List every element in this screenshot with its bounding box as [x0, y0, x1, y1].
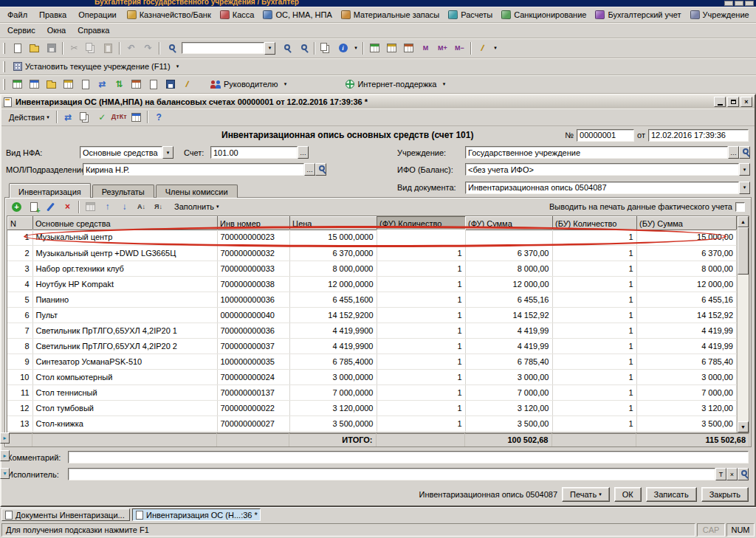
internet-support-button[interactable]: Интернет-поддержка ▾	[341, 76, 453, 92]
delete-row-icon[interactable]: ×	[60, 199, 75, 214]
account-field[interactable]: …	[210, 146, 309, 159]
doc-minimize-button[interactable]	[714, 97, 726, 107]
table-row[interactable]: 3Набор орг.техники клуб7000000000338 000…	[7, 261, 737, 276]
calc-m-plus-icon[interactable]: M+	[435, 41, 450, 55]
scrollbar-track[interactable]	[738, 227, 749, 421]
settings-key-icon[interactable]: /	[179, 77, 195, 92]
menu-section-material-stocks[interactable]: Материальные запасы	[337, 9, 444, 21]
app-minimize-button[interactable]	[724, 1, 733, 6]
exchange-icon[interactable]: ⇄	[94, 77, 110, 92]
list-settings-icon[interactable]	[367, 41, 382, 55]
table-row[interactable]: 14	[7, 431, 737, 432]
help-icon[interactable]: ?	[151, 110, 167, 125]
refresh-icon[interactable]: ⇅	[111, 77, 127, 92]
tab-commission[interactable]: Члены комиссии	[156, 184, 238, 198]
sort-descending-icon[interactable]: Я↓	[151, 199, 166, 214]
executor-search-button[interactable]	[738, 468, 749, 480]
column-header[interactable]: (ФУ) Количество	[377, 217, 466, 230]
app-close-button[interactable]	[745, 1, 754, 6]
column-header[interactable]: Основные средства	[33, 217, 218, 230]
copy-document-icon[interactable]	[78, 110, 93, 125]
reference-folder-icon[interactable]	[44, 77, 59, 92]
dock-panel-button-2[interactable]: ▸	[0, 450, 10, 461]
table-row[interactable]: 11Стол теннисный7000000001377 000,000017…	[7, 384, 737, 400]
column-header[interactable]: Цена	[290, 217, 377, 230]
print-button[interactable]: Печать ▾	[562, 487, 610, 502]
print-form-icon[interactable]	[78, 77, 93, 92]
paste-icon[interactable]	[100, 41, 116, 55]
table-row[interactable]: 1Музыкальный центр70000000002315 000,000…	[7, 230, 737, 245]
journal-operations-icon[interactable]	[10, 77, 25, 92]
doc-restore-button[interactable]	[727, 97, 739, 107]
find-previous-icon[interactable]	[295, 41, 311, 55]
ifo-dropdown-arrow[interactable]: ▾	[739, 163, 750, 176]
toolbar-grip[interactable]	[3, 61, 5, 72]
table-row[interactable]: 12Стол тумбовый7000000000223 120,000013 …	[7, 400, 737, 415]
reread-icon[interactable]: ⇄	[61, 110, 76, 125]
table-row[interactable]: 9Синтезатор УсманаPSK-5101000000000356 7…	[7, 354, 737, 369]
menu-file[interactable]: Файл	[1, 8, 33, 21]
taskbar-item[interactable]: Инвентаризация ОС (Н...:36 *	[132, 508, 261, 521]
combo-dropdown-arrow[interactable]: ▾	[264, 42, 275, 55]
institution-dropdown-arrow[interactable]: ▾	[173, 60, 182, 73]
account-select-button[interactable]: …	[298, 146, 309, 159]
number-input[interactable]	[577, 129, 634, 142]
scroll-up-button[interactable]: ▲	[738, 216, 749, 227]
dt-kt-icon[interactable]: ДтКт	[111, 110, 127, 125]
save-button[interactable]: Записать	[646, 487, 697, 502]
set-current-institution-button[interactable]: Установить текущее учреждение (F11) ▾	[9, 58, 187, 75]
table-row[interactable]: 10Стол компьютерный7000000000243 000,000…	[7, 369, 737, 384]
comment-input[interactable]	[68, 451, 749, 463]
institution-search-button[interactable]	[739, 146, 750, 159]
menu-windows[interactable]: Окна	[41, 24, 72, 37]
table-row[interactable]: 6Пульт00000000004014 152,9200114 152,921…	[7, 307, 737, 323]
menu-service[interactable]: Сервис	[1, 24, 41, 37]
toolbar-grip[interactable]	[3, 43, 5, 54]
table-row[interactable]: 8Светильник ПрТЛГО,65УХЛ 4,2IP20 2700000…	[7, 338, 737, 354]
search-combobox[interactable]: ▾	[182, 42, 275, 55]
executor-clear-button[interactable]: ×	[726, 468, 738, 480]
manager-button[interactable]: Руководителю ▾	[206, 76, 294, 92]
fill-button[interactable]: Заполнить ▾	[170, 200, 224, 213]
redo-icon[interactable]: ↷	[140, 41, 156, 55]
calendar-icon[interactable]	[145, 77, 161, 92]
find-next-icon[interactable]	[278, 41, 294, 55]
menu-section-settlements[interactable]: Расчеты	[444, 9, 497, 21]
dock-panel-button-1[interactable]: ▸	[0, 432, 10, 444]
actions-button[interactable]: Действия ▾	[4, 111, 54, 124]
close-button[interactable]: Закрыть	[701, 487, 749, 502]
executor-input[interactable]	[68, 468, 715, 480]
menu-help[interactable]: Справка	[72, 24, 115, 37]
totals-icon[interactable]	[401, 41, 416, 55]
tab-inventory[interactable]: Инвентаризация	[9, 183, 91, 198]
info-icon[interactable]: i	[335, 41, 351, 55]
mol-select-button[interactable]: …	[304, 163, 315, 176]
table-row[interactable]: 5Пианино1000000000366 455,160016 455,161…	[7, 292, 737, 307]
reorder-icon[interactable]	[83, 199, 98, 214]
calc-m-icon[interactable]: M	[418, 41, 433, 55]
manager-dropdown-arrow[interactable]: ▾	[281, 77, 289, 91]
add-row-icon[interactable]: +	[9, 199, 24, 214]
list-output-icon[interactable]	[384, 41, 399, 55]
mol-field[interactable]: …	[83, 163, 326, 176]
menu-section-institution[interactable]: Учреждение	[686, 9, 754, 21]
vertical-scrollbar[interactable]: ▲ ▼	[737, 216, 749, 432]
reports-icon[interactable]	[61, 77, 76, 92]
internet-dropdown-arrow[interactable]: ▾	[440, 77, 449, 91]
scrollbar-thumb[interactable]	[738, 227, 749, 275]
date-input[interactable]	[648, 129, 749, 142]
toolbar-grip[interactable]	[3, 79, 5, 90]
menu-section-accounting[interactable]: Бухгалтерский учет	[591, 9, 685, 21]
menu-operations[interactable]: Операции	[72, 8, 122, 21]
menu-section-treasury-bank[interactable]: Казначейство/Банк	[123, 9, 216, 21]
scroll-down-button[interactable]: ▼	[738, 421, 749, 432]
nfa-combobox[interactable]: ▾	[80, 146, 173, 159]
institution-field[interactable]: …	[465, 146, 750, 159]
menu-section-os-nma-npa[interactable]: ОС, НМА, НПА	[258, 9, 336, 21]
menu-section-sanctioning[interactable]: Санкционирование	[497, 9, 591, 21]
column-header[interactable]: (БУ) Количество	[553, 217, 637, 230]
edit-row-icon[interactable]	[43, 199, 58, 214]
calc-m-minus-icon[interactable]: M−	[452, 41, 467, 55]
document-structure-icon[interactable]	[128, 110, 144, 125]
post-document-icon[interactable]: ✓	[94, 110, 110, 125]
